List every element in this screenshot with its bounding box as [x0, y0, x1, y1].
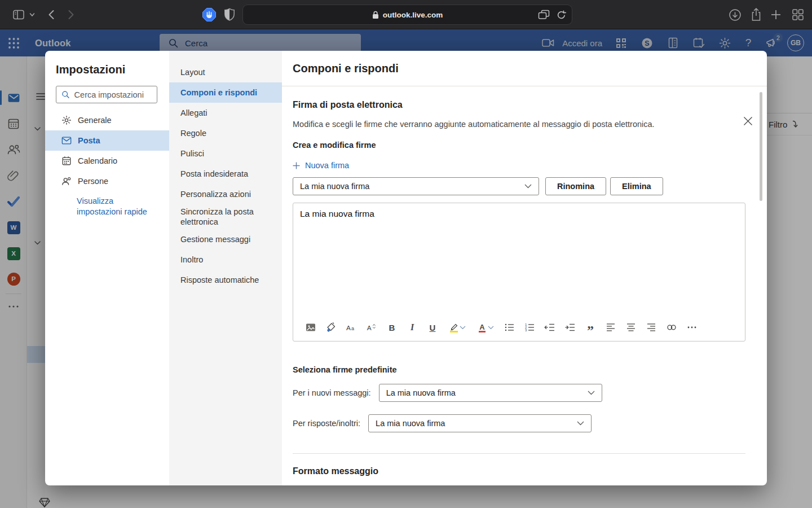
insert-image-icon[interactable] — [305, 321, 316, 334]
replies-label: Per risposte/inoltri: — [293, 419, 360, 428]
sidebar-item-generale[interactable]: Generale — [45, 110, 169, 130]
replies-select[interactable]: La mia nuova firma — [368, 414, 592, 432]
signature-editor[interactable]: La mia nuova firma Aa A B I U — [293, 203, 745, 341]
tab-preview-icon[interactable] — [538, 10, 550, 20]
increase-indent-icon[interactable] — [564, 321, 576, 334]
settings-category-list: Layout Componi e rispondi Allegati Regol… — [169, 51, 282, 485]
category-regole[interactable]: Regole — [169, 123, 282, 143]
category-layout[interactable]: Layout — [169, 62, 282, 82]
svg-text:A: A — [367, 324, 372, 332]
sidebar-item-calendario[interactable]: Calendario — [45, 151, 169, 171]
chevron-down-icon — [577, 421, 584, 426]
align-center-icon[interactable] — [625, 321, 637, 334]
format-painter-icon[interactable] — [325, 321, 337, 334]
highlight-icon[interactable] — [447, 321, 466, 334]
search-icon — [61, 90, 70, 99]
new-messages-label: Per i nuovi messaggi: — [293, 388, 371, 397]
chevron-down-icon — [524, 184, 532, 189]
editor-toolbar: Aa A B I U A 123 — [293, 317, 745, 338]
bulleted-list-icon[interactable] — [504, 321, 515, 334]
new-tab-icon[interactable] — [770, 9, 782, 20]
signature-select[interactable]: La mia nuova firma — [293, 177, 539, 195]
signature-heading: Firma di posta elettronica — [293, 100, 745, 110]
signature-editor-text: La mia nuova firma — [300, 209, 374, 219]
svg-text:3: 3 — [525, 329, 527, 332]
sidebar-chevron-icon[interactable] — [29, 12, 35, 17]
person-icon — [61, 176, 72, 186]
underline-icon[interactable]: U — [427, 321, 438, 334]
delete-button[interactable]: Elimina — [610, 177, 663, 195]
download-icon[interactable] — [729, 8, 742, 21]
settings-sidebar: Impostazioni Generale Posta Calendario P… — [45, 51, 169, 485]
chevron-down-icon — [588, 391, 595, 395]
shield-icon[interactable] — [224, 8, 235, 21]
italic-icon[interactable]: I — [407, 321, 418, 334]
new-messages-select[interactable]: La mia nuova firma — [379, 384, 602, 402]
category-componi-e-rispondi[interactable]: Componi e rispondi — [169, 82, 282, 103]
tab-overview-icon[interactable] — [792, 8, 804, 21]
mail-icon — [61, 135, 72, 146]
back-icon[interactable] — [48, 10, 55, 20]
address-bar[interactable]: outlook.live.com — [242, 5, 572, 25]
calendar-icon — [61, 156, 72, 166]
quick-settings-link[interactable]: Visualizza impostazioni rapide — [77, 196, 156, 217]
rename-button[interactable]: Rinomina — [545, 177, 606, 195]
create-signatures-heading: Crea e modifica firme — [293, 141, 745, 150]
svg-text:a: a — [351, 326, 355, 331]
category-risposte-automatiche[interactable]: Risposte automatiche — [169, 270, 282, 290]
message-format-heading: Formato messaggio — [293, 466, 745, 476]
category-inoltro[interactable]: Inoltro — [169, 249, 282, 270]
svg-text:A: A — [479, 323, 485, 331]
signature-description: Modifica e scegli le firme che verranno … — [293, 120, 745, 129]
gear-icon — [61, 115, 72, 125]
section-divider — [293, 453, 745, 454]
sidebar-item-persone[interactable]: Persone — [45, 171, 169, 191]
sidebar-item-posta[interactable]: Posta — [45, 130, 169, 151]
settings-dialog: Impostazioni Generale Posta Calendario P… — [45, 51, 767, 485]
font-icon[interactable]: Aa — [346, 321, 357, 334]
pane-title: Componi e rispondi — [293, 62, 399, 75]
lock-icon — [372, 11, 379, 19]
forward-icon[interactable] — [68, 10, 74, 20]
sidebar-toggle-icon[interactable] — [12, 8, 25, 21]
insert-link-icon[interactable] — [666, 321, 677, 334]
chevron-down-icon[interactable] — [488, 326, 494, 330]
settings-search[interactable] — [56, 86, 157, 103]
svg-text:A: A — [346, 324, 351, 332]
default-signatures-heading: Seleziona firme predefinite — [293, 365, 745, 374]
font-size-icon[interactable]: A — [366, 321, 377, 334]
quote-icon[interactable]: ” — [585, 321, 596, 334]
chevron-down-icon[interactable] — [460, 326, 466, 330]
settings-title: Impostazioni — [45, 63, 169, 76]
align-right-icon[interactable] — [646, 321, 657, 334]
scrollbar-thumb[interactable] — [760, 92, 762, 201]
decrease-indent-icon[interactable] — [544, 321, 555, 334]
browser-chrome: outlook.live.com — [0, 0, 812, 29]
more-options-icon[interactable] — [686, 321, 698, 334]
category-posta-indesiderata[interactable]: Posta indesiderata — [169, 164, 282, 184]
category-pulisci[interactable]: Pulisci — [169, 143, 282, 164]
url-text: outlook.live.com — [383, 11, 443, 19]
category-personalizza-azioni[interactable]: Personalizza azioni — [169, 184, 282, 204]
align-left-icon[interactable] — [605, 321, 616, 334]
reload-icon[interactable] — [557, 10, 566, 20]
numbered-list-icon[interactable]: 123 — [524, 321, 535, 334]
message-format-description: Scegli se visualizzare le righe Da e Ccn… — [293, 484, 745, 485]
share-icon[interactable] — [750, 7, 762, 22]
category-allegati[interactable]: Allegati — [169, 103, 282, 123]
settings-search-input[interactable] — [74, 90, 152, 99]
screen: outlook.live.com — [0, 0, 812, 508]
content-blocker-icon[interactable] — [202, 7, 217, 22]
category-sincronizza-posta[interactable]: Sincronizza la posta elettronica — [169, 204, 282, 229]
category-gestione-messaggi[interactable]: Gestione messaggi — [169, 229, 282, 249]
new-signature-button[interactable]: Nuova firma — [293, 161, 745, 170]
settings-detail-pane: Componi e rispondi Firma di posta elettr… — [282, 51, 767, 485]
bold-icon[interactable]: B — [386, 321, 398, 334]
plus-icon — [293, 162, 300, 169]
font-color-icon[interactable]: A — [475, 321, 495, 334]
